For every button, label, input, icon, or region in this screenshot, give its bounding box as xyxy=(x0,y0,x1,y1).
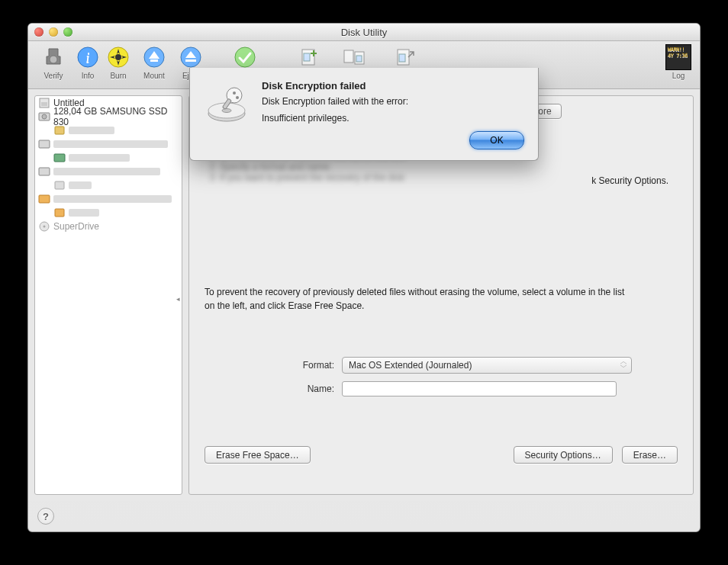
svg-point-41 xyxy=(233,91,236,95)
sidebar: Untitled 128,04 GB SAMSUNG SSD 830 Super… xyxy=(34,95,182,495)
volume-icon xyxy=(53,152,66,164)
disk-utility-window: Disk Utility Verify i Info Burn Mount xyxy=(27,23,701,532)
svg-rect-15 xyxy=(304,53,310,61)
sidebar-superdrive[interactable]: SuperDrive xyxy=(35,220,182,233)
log-tool[interactable]: WARN!!4Y 7:36 Log xyxy=(663,44,694,80)
journaling-icon xyxy=(232,44,258,70)
new-image-icon xyxy=(295,44,321,70)
svg-rect-10 xyxy=(150,59,158,62)
disk-utility-app-icon xyxy=(204,80,250,126)
sidebar-item-label: SuperDrive xyxy=(53,221,99,232)
svg-point-8 xyxy=(115,54,121,60)
mount-tool[interactable]: Mount xyxy=(135,44,173,80)
svg-point-38 xyxy=(222,109,231,113)
svg-rect-12 xyxy=(185,59,196,62)
svg-text:i: i xyxy=(85,50,89,66)
titlebar[interactable]: Disk Utility xyxy=(28,24,700,41)
log-icon: WARN!!4Y 7:36 xyxy=(665,44,691,70)
sidebar-volume-redacted[interactable] xyxy=(35,178,182,192)
resize-image-icon xyxy=(391,44,417,70)
verify-tool[interactable]: Verify xyxy=(34,44,72,80)
svg-rect-18 xyxy=(344,50,353,63)
internal-disk-icon xyxy=(38,138,50,150)
sidebar-volume-redacted[interactable] xyxy=(35,151,182,165)
dialog-ok-button[interactable]: OK xyxy=(469,131,524,149)
help-button[interactable]: ? xyxy=(37,508,54,525)
svg-rect-33 xyxy=(55,209,64,217)
sidebar-disk-redacted[interactable] xyxy=(35,137,182,151)
svg-point-35 xyxy=(43,226,46,228)
volume-icon xyxy=(53,207,66,219)
dialog-title: Disk Encryption failed xyxy=(262,80,524,91)
volume-icon xyxy=(53,124,66,136)
dialog-message-line1: Disk Encryption failed with the error: xyxy=(262,96,524,107)
svg-rect-24 xyxy=(41,102,47,106)
name-input[interactable] xyxy=(342,381,617,396)
mount-label: Mount xyxy=(143,72,165,80)
svg-rect-32 xyxy=(39,195,50,203)
svg-rect-29 xyxy=(54,154,65,162)
svg-rect-22 xyxy=(399,54,405,62)
partial-visible-text: k Security Options. xyxy=(591,175,668,186)
error-dialog: Disk Encryption failed Disk Encryption f… xyxy=(189,68,539,161)
format-select-value: Mac OS Extended (Journaled) xyxy=(349,360,472,371)
convert-icon xyxy=(341,44,367,70)
svg-rect-28 xyxy=(39,140,50,148)
burn-icon xyxy=(105,44,131,70)
external-disk-icon xyxy=(38,193,50,205)
burn-tool[interactable]: Burn xyxy=(103,44,134,80)
erase-free-space-button[interactable]: Erase Free Space… xyxy=(205,446,311,464)
burn-label: Burn xyxy=(110,72,126,80)
sidebar-disk-samsung[interactable]: 128,04 GB SAMSUNG SSD 830 xyxy=(35,110,182,124)
window-title: Disk Utility xyxy=(28,27,700,38)
log-label: Log xyxy=(672,72,685,80)
name-row: Name: xyxy=(205,381,678,396)
format-select[interactable]: Mac OS Extended (Journaled) xyxy=(342,357,632,374)
security-options-button[interactable]: Security Options… xyxy=(514,446,613,464)
volume-icon xyxy=(53,179,66,191)
info-icon: i xyxy=(75,44,101,70)
format-label: Format: xyxy=(205,360,342,371)
erase-button-row: Erase Free Space… Security Options… Eras… xyxy=(205,446,678,464)
format-row: Format: Mac OS Extended (Journaled) xyxy=(205,357,678,374)
svg-point-13 xyxy=(235,47,255,67)
erase-button[interactable]: Erase… xyxy=(622,446,678,464)
info-label: Info xyxy=(82,72,95,80)
internal-disk-icon xyxy=(38,165,50,178)
sidebar-disk-redacted[interactable] xyxy=(35,165,182,178)
sidebar-external-redacted[interactable] xyxy=(35,192,182,206)
dialog-message-line2: Insufficient privileges. xyxy=(262,113,524,124)
verify-label: Verify xyxy=(43,72,63,80)
sidebar-resize-handle[interactable]: ◂ xyxy=(176,295,180,303)
erase-help-text: To prevent the recovery of previously de… xyxy=(205,285,632,313)
optical-drive-icon xyxy=(38,220,50,233)
sidebar-volume-redacted[interactable] xyxy=(35,206,182,220)
svg-point-42 xyxy=(236,96,239,99)
verify-icon xyxy=(40,44,66,70)
svg-rect-27 xyxy=(55,127,64,134)
disk-image-icon xyxy=(38,97,50,109)
svg-point-26 xyxy=(42,114,47,119)
svg-point-0 xyxy=(50,56,57,63)
svg-rect-30 xyxy=(39,168,50,175)
sidebar-item-label: 128,04 GB SAMSUNG SSD 830 xyxy=(53,106,179,127)
window-footer: ? xyxy=(28,501,700,531)
info-tool[interactable]: i Info xyxy=(74,44,101,80)
mount-icon xyxy=(141,44,167,70)
eject-icon xyxy=(178,44,204,70)
name-label: Name: xyxy=(205,384,342,394)
svg-rect-20 xyxy=(356,56,362,62)
internal-disk-icon xyxy=(38,111,50,123)
svg-rect-31 xyxy=(55,181,64,189)
